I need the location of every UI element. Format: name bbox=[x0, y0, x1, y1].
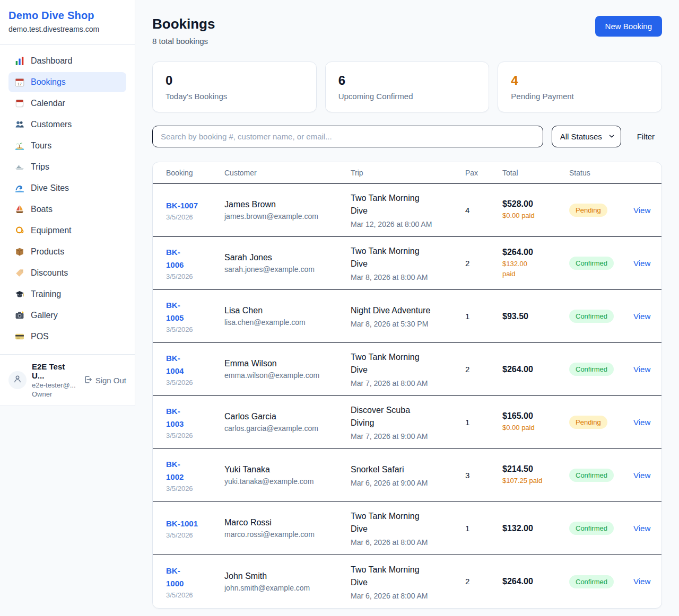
status-filter-select[interactable]: All Statuses bbox=[552, 126, 621, 147]
booking-date: 3/5/2026 bbox=[166, 325, 218, 333]
app-title: Demo Dive Shop bbox=[8, 10, 126, 22]
booking-date: 3/5/2026 bbox=[166, 213, 218, 221]
bookings-table: Booking Customer Trip Pax Total Status B… bbox=[152, 162, 662, 609]
pax-count: 2 bbox=[465, 577, 469, 586]
sidebar-item-products[interactable]: Products bbox=[8, 242, 126, 262]
stat-card: 6 Upcoming Confirmed bbox=[325, 61, 490, 112]
status-badge: Confirmed bbox=[569, 363, 614, 376]
column-header-status: Status bbox=[569, 169, 633, 177]
sidebar-item-bookings[interactable]: 17 Bookings bbox=[8, 72, 126, 92]
sidebar-item-gallery[interactable]: Gallery bbox=[8, 305, 126, 325]
trip-name: Two Tank Morning Dive bbox=[351, 245, 459, 270]
status-badge: Confirmed bbox=[569, 575, 614, 588]
status-filter-wrap: All Statuses bbox=[552, 126, 621, 147]
booking-date: 3/5/2026 bbox=[166, 379, 218, 386]
sidebar-item-customers[interactable]: Customers bbox=[8, 115, 126, 135]
total-amount: $132.00 bbox=[502, 524, 563, 533]
trip-name: Two Tank Morning Dive bbox=[351, 564, 459, 589]
booking-id-link[interactable]: BK-1007 bbox=[166, 199, 198, 212]
logo-box: Demo Dive Shop demo.test.divestreams.com bbox=[0, 0, 135, 45]
calendar-icon bbox=[15, 99, 24, 108]
new-booking-button[interactable]: New Booking bbox=[595, 16, 662, 37]
stat-card: 0 Today's Bookings bbox=[152, 61, 317, 112]
booking-id-link[interactable]: BK- 1004 bbox=[166, 352, 184, 377]
customer-name: Yuki Tanaka bbox=[224, 465, 344, 474]
bookings-icon: 17 bbox=[15, 77, 24, 87]
customer-email: sarah.jones@example.com bbox=[224, 265, 344, 274]
search-input[interactable] bbox=[152, 126, 543, 147]
view-link[interactable]: View bbox=[633, 418, 650, 427]
dashboard-icon bbox=[15, 56, 24, 66]
column-header-pax: Pax bbox=[465, 169, 502, 177]
booking-id-link[interactable]: BK- 1002 bbox=[166, 458, 184, 483]
sidebar-item-boats[interactable]: Boats bbox=[8, 199, 126, 219]
stat-label: Pending Payment bbox=[511, 92, 649, 101]
booking-date: 3/5/2026 bbox=[166, 485, 218, 492]
total-amount: $264.00 bbox=[502, 365, 563, 374]
booking-id-link[interactable]: BK- 1006 bbox=[166, 246, 184, 271]
sidebar-item-dive-sites[interactable]: Dive Sites bbox=[8, 178, 126, 198]
tours-icon bbox=[15, 141, 24, 151]
avatar bbox=[8, 371, 27, 389]
page-subtitle: 8 total bookings bbox=[152, 37, 215, 46]
booking-date: 3/5/2026 bbox=[166, 531, 218, 539]
status-badge: Confirmed bbox=[569, 522, 614, 535]
sidebar-item-training[interactable]: Training bbox=[8, 284, 126, 304]
view-link[interactable]: View bbox=[633, 312, 650, 321]
sidebar-item-equipment[interactable]: Equipment bbox=[8, 221, 126, 241]
booking-id-link[interactable]: BK-1001 bbox=[166, 517, 198, 530]
training-icon bbox=[15, 289, 24, 299]
stats-row: 0 Today's Bookings 6 Upcoming Confirmed … bbox=[152, 61, 662, 112]
stat-value: 0 bbox=[166, 73, 303, 88]
filter-button[interactable]: Filter bbox=[630, 128, 662, 145]
view-link[interactable]: View bbox=[633, 365, 650, 374]
pax-count: 3 bbox=[465, 471, 469, 480]
table-row: BK- 1005 3/5/2026 Lisa Chen lisa.chen@ex… bbox=[153, 290, 661, 343]
table-row: BK-1007 3/5/2026 James Brown james.brown… bbox=[153, 184, 661, 237]
pax-count: 1 bbox=[465, 312, 469, 321]
trip-datetime: Mar 6, 2026 at 8:00 AM bbox=[351, 592, 459, 600]
products-icon bbox=[15, 247, 24, 257]
sidebar-item-tours[interactable]: Tours bbox=[8, 136, 126, 156]
sidebar-item-dashboard[interactable]: Dashboard bbox=[8, 51, 126, 71]
status-badge: Pending bbox=[569, 416, 607, 429]
user-icon bbox=[13, 374, 22, 386]
sidebar: Demo Dive Shop demo.test.divestreams.com… bbox=[0, 0, 135, 406]
view-link[interactable]: View bbox=[633, 206, 650, 215]
customers-icon bbox=[15, 120, 24, 129]
sidebar-item-discounts[interactable]: Discounts bbox=[8, 263, 126, 283]
total-amount: $264.00 bbox=[502, 248, 563, 257]
customer-email: carlos.garcia@example.com bbox=[224, 424, 344, 433]
table-row: BK- 1003 3/5/2026 Carlos Garcia carlos.g… bbox=[153, 396, 661, 449]
sidebar-item-trips[interactable]: Trips bbox=[8, 157, 126, 177]
booking-date: 3/5/2026 bbox=[166, 591, 218, 599]
column-header-trip: Trip bbox=[351, 169, 465, 177]
customer-name: James Brown bbox=[224, 200, 344, 209]
trip-name: Snorkel Safari bbox=[351, 463, 459, 476]
booking-date: 3/5/2026 bbox=[166, 272, 218, 280]
booking-id-link[interactable]: BK- 1003 bbox=[166, 405, 184, 430]
sign-out-button[interactable]: Sign Out bbox=[84, 375, 126, 385]
paid-amount: $0.00 paid bbox=[502, 423, 563, 433]
sidebar-item-calendar[interactable]: Calendar bbox=[8, 93, 126, 113]
view-link[interactable]: View bbox=[633, 524, 650, 533]
trip-datetime: Mar 6, 2026 at 8:00 AM bbox=[351, 538, 459, 547]
total-amount: $528.00 bbox=[502, 199, 563, 209]
trips-icon bbox=[15, 162, 24, 172]
table-row: BK-1001 3/5/2026 Marco Rossi marco.rossi… bbox=[153, 502, 661, 555]
trip-name: Two Tank Morning Dive bbox=[351, 510, 459, 535]
trip-datetime: Mar 8, 2026 at 8:00 AM bbox=[351, 273, 459, 281]
app-subtitle: demo.test.divestreams.com bbox=[8, 25, 126, 33]
booking-id-link[interactable]: BK- 1000 bbox=[166, 565, 184, 590]
booking-id-link[interactable]: BK- 1005 bbox=[166, 299, 184, 324]
sign-out-icon bbox=[84, 375, 92, 385]
view-link[interactable]: View bbox=[633, 259, 650, 268]
column-header-total: Total bbox=[502, 169, 569, 177]
customer-name: Lisa Chen bbox=[224, 306, 344, 315]
sidebar-item-pos[interactable]: POS bbox=[8, 327, 126, 347]
page-header: Bookings 8 total bookings New Booking bbox=[152, 16, 662, 46]
view-link[interactable]: View bbox=[633, 471, 650, 480]
user-box: E2E Test U... e2e-tester@... Owner Sign … bbox=[0, 354, 135, 406]
paid-amount: $107.25 paid bbox=[502, 476, 563, 486]
view-link[interactable]: View bbox=[633, 577, 650, 586]
